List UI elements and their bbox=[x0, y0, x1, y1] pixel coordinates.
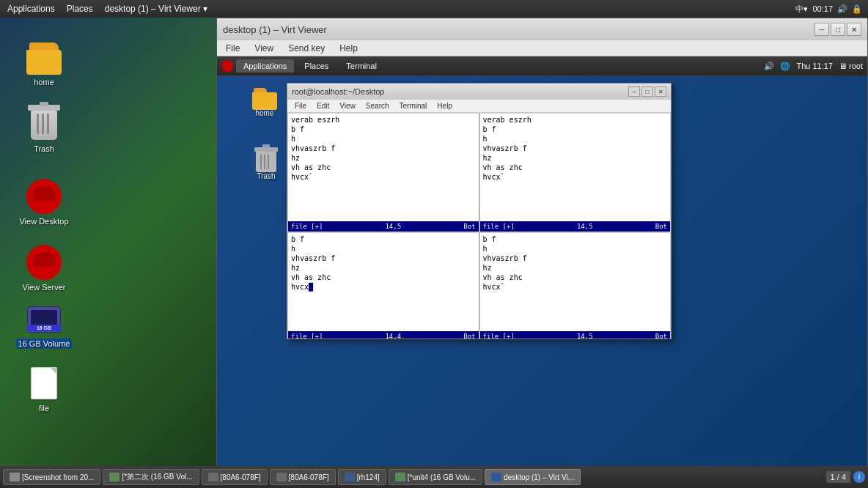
virt-trash-label: Trash bbox=[257, 172, 275, 180]
terminal-pane-bot-right[interactable]: b f h vhvaszrb f hz vh as zhc hvcx` file… bbox=[479, 232, 672, 339]
term-edit-menu[interactable]: Edit bbox=[312, 101, 334, 111]
taskbar-80a6-1[interactable]: [80A6-078F] bbox=[202, 469, 268, 485]
16gb-label: 16 GB Volume bbox=[16, 339, 73, 349]
time-display: 00:17 bbox=[812, 4, 833, 13]
inner-taskbar: Applications Places Terminal 🔊 🌐 Thu 11:… bbox=[217, 56, 867, 75]
inner-volume[interactable]: 🔊 bbox=[764, 62, 774, 71]
terminal-pane-top-left[interactable]: verab eszrh b f h vhvaszrb f hz vh as zh… bbox=[287, 113, 479, 232]
view-server-icon bbox=[26, 245, 62, 280]
pane-tl-status-left: file [+] bbox=[291, 223, 323, 230]
desktop-icon-view-desktop[interactable]: View Desktop bbox=[15, 179, 73, 226]
virt-file-menu[interactable]: File bbox=[220, 42, 246, 55]
lock-icon[interactable]: 🔒 bbox=[852, 4, 862, 14]
terminal-menubar: File Edit View Search Terminal Help bbox=[287, 100, 671, 113]
pane-bot-left-status: file [+] 14,4 Bot bbox=[288, 331, 479, 339]
terminal-pane-top-right[interactable]: verab eszrh b f h vhvaszrb f hz vh as zh… bbox=[479, 113, 672, 232]
second-vol-thumb bbox=[109, 473, 119, 481]
window-menu[interactable]: desktop (1) – Virt Viewer ▾ bbox=[100, 2, 212, 15]
virt-viewer-window: desktop (1) – Virt Viewer ─ □ ✕ File Vie… bbox=[216, 18, 868, 488]
pane-br-status-right: Bot bbox=[655, 333, 667, 339]
virt-trash-icon bbox=[254, 144, 278, 172]
pane-tl-status-pos: 14,5 bbox=[385, 223, 401, 230]
pane-bot-left-text: b f h vhvaszrb f hz vh as zhc hvcx█ bbox=[291, 234, 476, 330]
unit4-vol-label: [*unit4 (16 GB Volu... bbox=[408, 473, 476, 481]
host-info-icon[interactable]: i bbox=[853, 471, 865, 483]
virt-viewer-titlebar: desktop (1) – Virt Viewer ─ □ ✕ bbox=[217, 18, 867, 40]
host-taskbar: Applications Places desktop (1) – Virt V… bbox=[0, 0, 868, 18]
16gb-drive-icon: 16 GB bbox=[26, 303, 62, 336]
inner-applications-menu[interactable]: Applications bbox=[236, 59, 294, 73]
virt-home-folder bbox=[251, 86, 278, 109]
host-taskbar-left: Applications Places desktop (1) – Virt V… bbox=[0, 2, 212, 15]
virt-icon-trash[interactable]: Trash bbox=[240, 144, 292, 180]
pane-top-left-text: verab eszrh b f h vhvaszrb f hz vh as zh… bbox=[291, 115, 476, 220]
file-icon-label: file bbox=[39, 404, 49, 413]
taskbar-80a6-2[interactable]: [80A6-078F] bbox=[270, 469, 336, 485]
terminal-window-buttons: ─ □ ✕ bbox=[628, 86, 666, 97]
places-menu[interactable]: Places bbox=[62, 2, 98, 15]
terminal-titlebar: root@localhost:~/Desktop ─ □ ✕ bbox=[287, 84, 671, 100]
term-help-menu[interactable]: Help bbox=[433, 101, 457, 111]
desktop-icon-view-server[interactable]: View Server bbox=[15, 245, 73, 292]
virt-viewer-thumb bbox=[491, 473, 501, 481]
taskbar-screenshot[interactable]: [Screenshot from 20... bbox=[3, 469, 100, 485]
screenshot-thumb bbox=[10, 473, 20, 481]
pane-bot-right-content: b f h vhvaszrb f hz vh as zhc hvcx` bbox=[480, 233, 671, 331]
terminal-pane-bot-left[interactable]: b f h vhvaszrb f hz vh as zhc hvcx█ file… bbox=[287, 232, 479, 339]
virt-sendkey-menu[interactable]: Send key bbox=[282, 42, 331, 55]
minimize-button[interactable]: ─ bbox=[814, 23, 829, 36]
terminal-top-row: verab eszrh b f h vhvaszrb f hz vh as zh… bbox=[287, 113, 671, 232]
pane-top-right-text: verab eszrh b f h vhvaszrb f hz vh as zh… bbox=[483, 115, 668, 220]
maximize-button[interactable]: □ bbox=[831, 23, 845, 36]
virt-viewer-title: desktop (1) – Virt Viewer bbox=[223, 24, 327, 35]
desktop: home Trash View Desktop View Server bbox=[0, 18, 216, 488]
virt-help-menu[interactable]: Help bbox=[334, 42, 364, 55]
inner-terminal-tab[interactable]: Terminal bbox=[339, 59, 384, 73]
80a6-1-label: [80A6-078F] bbox=[221, 473, 261, 481]
virt-icon-home[interactable]: home bbox=[239, 86, 290, 117]
pane-bot-right-text: b f h vhvaszrb f hz vh as zhc hvcx` bbox=[483, 234, 668, 330]
trash-icon bbox=[26, 102, 62, 141]
desktop-icon-trash[interactable]: Trash bbox=[15, 102, 73, 153]
pane-br-status-left: file [+] bbox=[483, 333, 515, 339]
host-page-indicator: 1 / 4 i bbox=[826, 471, 865, 483]
inner-network[interactable]: 🌐 bbox=[780, 62, 790, 71]
file-doc-icon bbox=[29, 366, 59, 401]
virt-view-menu[interactable]: View bbox=[249, 42, 279, 55]
taskbar-unit4-vol[interactable]: [*unit4 (16 GB Volu... bbox=[389, 469, 482, 485]
inner-time: Thu 11:17 bbox=[796, 62, 833, 70]
applications-menu[interactable]: Applications bbox=[3, 2, 59, 15]
rh124-label: [rh124] bbox=[357, 473, 380, 481]
inner-places-menu[interactable]: Places bbox=[297, 59, 336, 73]
term-search-menu[interactable]: Search bbox=[361, 101, 394, 111]
taskbar-rh124[interactable]: [rh124] bbox=[338, 469, 386, 485]
host-page-num: 1 / 4 bbox=[826, 471, 850, 483]
virt-home-label: home bbox=[255, 109, 273, 117]
inner-user: 🖥 root bbox=[839, 62, 863, 70]
inner-taskbar-left: Applications Places Terminal bbox=[221, 59, 384, 73]
virt-viewer-taskbar-label: desktop (1) – Virt Vi... bbox=[504, 473, 574, 481]
terminal-title: root@localhost:~/Desktop bbox=[292, 87, 384, 96]
terminal-minimize[interactable]: ─ bbox=[628, 86, 640, 97]
home-folder-icon bbox=[26, 40, 62, 75]
close-button[interactable]: ✕ bbox=[847, 23, 861, 36]
view-server-label: View Server bbox=[22, 283, 65, 292]
inner-redhat-icon bbox=[221, 60, 233, 72]
term-terminal-menu[interactable]: Terminal bbox=[395, 101, 432, 111]
terminal-maximize[interactable]: □ bbox=[641, 86, 653, 97]
term-file-menu[interactable]: File bbox=[290, 101, 311, 111]
pane-tl-status-right: Bot bbox=[463, 223, 475, 230]
pane-bl-status-right: Bot bbox=[463, 333, 475, 339]
desktop-icon-16gb[interactable]: 16 GB 16 GB Volume bbox=[15, 303, 73, 349]
taskbar-virt-viewer[interactable]: desktop (1) – Virt Vi... bbox=[485, 469, 581, 485]
volume-icon[interactable]: 🔊 bbox=[837, 4, 847, 14]
virt-viewer-buttons: ─ □ ✕ bbox=[814, 23, 861, 36]
screenshot-label: [Screenshot from 20... bbox=[22, 473, 94, 481]
taskbar-second-vol[interactable]: [*第二次 (16 GB Vol... bbox=[103, 469, 199, 485]
second-vol-label: [*第二次 (16 GB Vol... bbox=[122, 472, 192, 482]
desktop-icon-file[interactable]: file bbox=[15, 366, 73, 413]
pane-tr-status-pos: 14,5 bbox=[577, 223, 593, 230]
desktop-icon-home[interactable]: home bbox=[15, 40, 73, 86]
terminal-close[interactable]: ✕ bbox=[655, 86, 666, 97]
term-view-menu[interactable]: View bbox=[335, 101, 360, 111]
